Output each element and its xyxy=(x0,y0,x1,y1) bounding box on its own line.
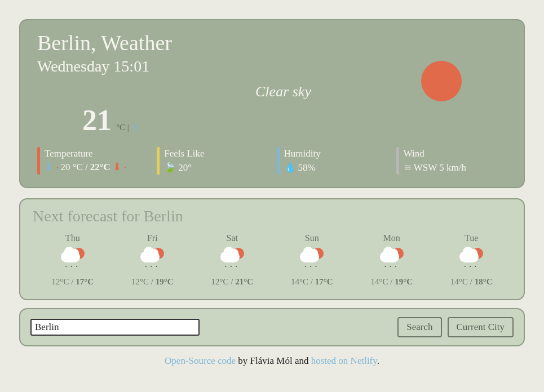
forecast-icon: • • • xyxy=(113,247,193,271)
forecast-icon: • • • xyxy=(352,247,432,271)
forecast-temp: 14°C / 17°C xyxy=(272,277,352,287)
forecast-day-name: Mon xyxy=(352,233,432,243)
forecast-temp: 12°C / 21°C xyxy=(192,277,272,287)
temperature-row: 21 °C | °F xyxy=(37,104,507,137)
forecast-day: Fri• • •12°C / 19°C xyxy=(113,233,193,287)
hot-dot-icon: • xyxy=(125,164,127,171)
forecast-icon: • • • xyxy=(432,247,512,271)
stat-humidity: Humidity 💧 58% xyxy=(277,147,387,175)
forecast-icon: • • • xyxy=(33,247,113,271)
current-city-button[interactable]: Current City xyxy=(448,317,514,337)
forecast-day: Tue• • •14°C / 18°C xyxy=(432,233,512,287)
unit-toggle: °C | °F xyxy=(116,123,139,132)
open-source-link[interactable]: Open-Source code xyxy=(165,355,236,366)
forecast-day-name: Fri xyxy=(113,233,193,243)
forecast-temp: 14°C / 19°C xyxy=(352,277,432,287)
stat-wind: Wind ≋ WSW 5 km/h xyxy=(396,147,507,175)
thermometer-cold-icon: 🌡 xyxy=(45,162,54,173)
wind-value: WSW 5 km/h xyxy=(414,162,466,173)
city-input[interactable] xyxy=(30,319,200,336)
unit-fahrenheit-link[interactable]: °F xyxy=(131,123,139,132)
forecast-temp: 14°C / 18°C xyxy=(432,277,512,287)
footer: Open-Source code by Flávia Mól and hoste… xyxy=(19,355,525,367)
stat-humidity-label: Humidity xyxy=(284,148,387,159)
search-card: Search Current City xyxy=(19,308,525,346)
forecast-day: Thu• • •12°C / 17°C xyxy=(33,233,113,287)
forecast-card: Next forecast for Berlin Thu• • •12°C / … xyxy=(19,198,525,300)
weather-description: Clear sky xyxy=(143,83,401,100)
stat-feels-like: Feels Like 🍃 20° xyxy=(157,147,267,175)
stat-temperature: Temperature 🌡• 20 °C / 22°C 🌡• xyxy=(37,147,148,175)
forecast-icon: • • • xyxy=(272,247,352,271)
sun-icon xyxy=(421,61,462,101)
unit-celsius: °C xyxy=(116,123,125,132)
wind-icon: ≋ xyxy=(404,162,412,173)
forecast-day: Sat• • •12°C / 21°C xyxy=(192,233,272,287)
forecast-day: Sun• • •14°C / 17°C xyxy=(272,233,352,287)
stat-temperature-label: Temperature xyxy=(45,148,148,159)
forecast-temp: 12°C / 19°C xyxy=(113,277,193,287)
forecast-icon: • • • xyxy=(192,247,272,271)
forecast-day-name: Sat xyxy=(192,233,272,243)
search-button[interactable]: Search xyxy=(397,317,441,337)
humidity-value: 58% xyxy=(298,162,316,173)
stat-wind-label: Wind xyxy=(404,148,507,159)
current-weather-card: Berlin, Weather Wednesday 15:01 Clear sk… xyxy=(19,19,525,188)
leaf-icon: 🍃 xyxy=(164,162,176,173)
forecast-day-name: Tue xyxy=(432,233,512,243)
stat-feels-label: Feels Like xyxy=(164,148,267,159)
temp-high: 22°C xyxy=(90,162,110,173)
feels-value: 20° xyxy=(178,162,192,173)
page-title: Berlin, Weather xyxy=(37,30,507,55)
forecast-day-name: Thu xyxy=(33,233,113,243)
forecast-temp: 12°C / 17°C xyxy=(33,277,113,287)
thermometer-hot-icon: 🌡 xyxy=(113,162,122,173)
stats-row: Temperature 🌡• 20 °C / 22°C 🌡• Feels Lik… xyxy=(37,147,507,175)
current-temp: 21 xyxy=(82,104,112,137)
forecast-title: Next forecast for Berlin xyxy=(33,207,511,225)
netlify-link[interactable]: hosted on Netlify xyxy=(311,355,377,366)
forecast-row: Thu• • •12°C / 17°CFri• • •12°C / 19°CSa… xyxy=(33,233,511,287)
cold-dot-icon: • xyxy=(56,164,59,171)
forecast-day-name: Sun xyxy=(272,233,352,243)
droplet-icon: 💧 xyxy=(284,162,296,173)
forecast-day: Mon• • •14°C / 19°C xyxy=(352,233,432,287)
temp-low: 20 °C xyxy=(61,162,83,173)
